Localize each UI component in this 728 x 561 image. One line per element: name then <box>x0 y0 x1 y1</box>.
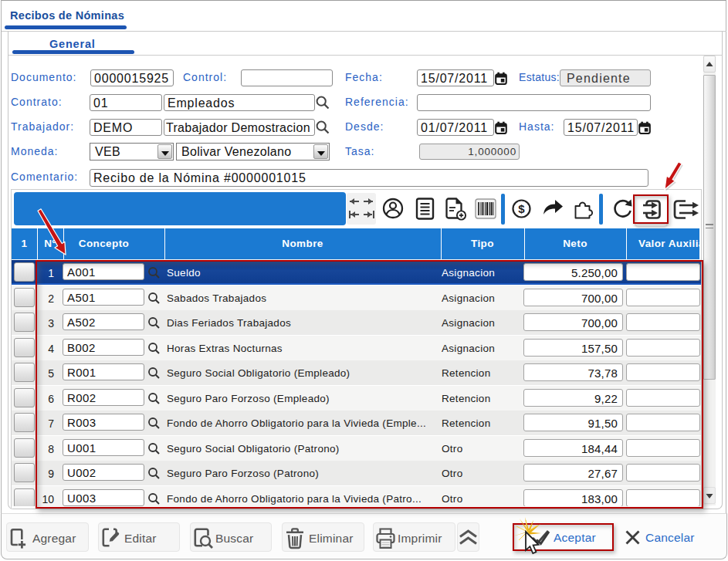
svg-text:$: $ <box>518 202 525 215</box>
